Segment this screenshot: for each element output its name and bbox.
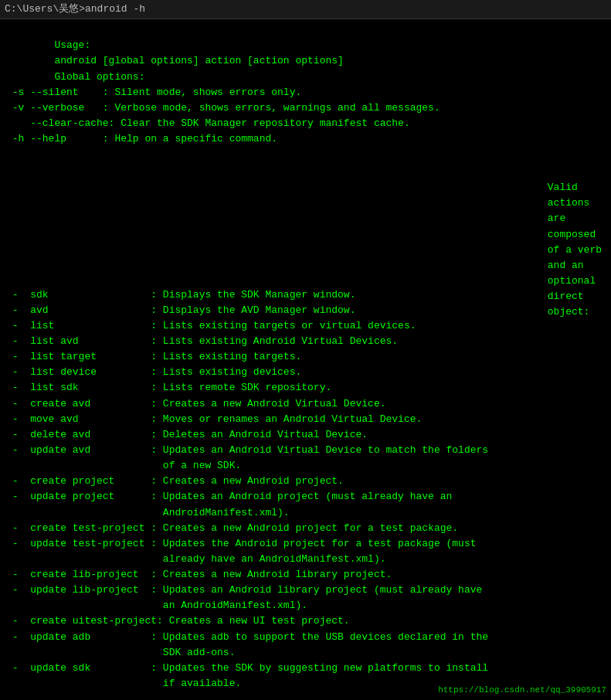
watermark: https://blog.csdn.net/qq_39905917 — [438, 684, 606, 697]
title-bar: C:\Users\吴悠>android -h — [0, 0, 611, 19]
valid-actions-box: Valid actions are composed of a verb and… — [548, 180, 602, 320]
terminal-content: Usage: android [global options] action [… — [0, 19, 611, 698]
terminal-window: C:\Users\吴悠>android -h Usage: android [g… — [0, 0, 611, 700]
